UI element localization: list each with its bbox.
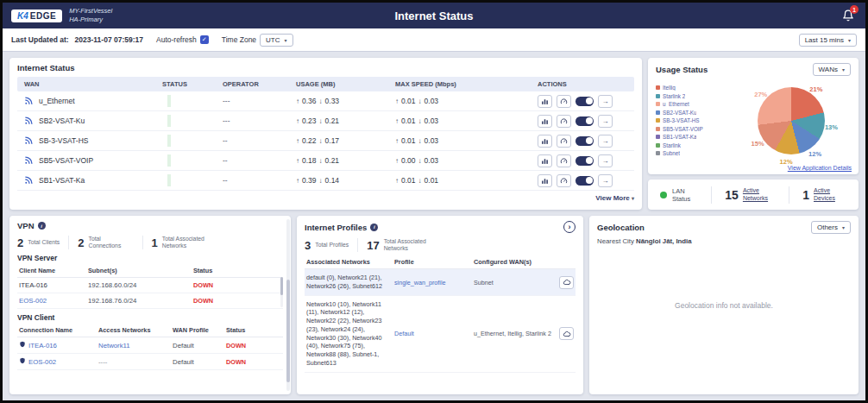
time-range-value: Last 15 mins	[805, 36, 844, 44]
usage-chart-button[interactable]	[538, 135, 552, 148]
download-arrow-icon: ↓	[319, 98, 323, 105]
col-subnets: Subnet(s)	[88, 267, 193, 274]
max-speed-value: ↑0.01 ↓0.03	[395, 97, 538, 105]
notification-bell-icon[interactable]: 1	[840, 8, 857, 23]
internet-status-title: Internet Status	[17, 63, 634, 72]
satellite-wan-icon	[24, 116, 34, 127]
speed-test-button[interactable]	[557, 135, 571, 148]
top-bar: K4 EDGE MY-FirstVessel HA-Primary Intern…	[3, 3, 865, 28]
configured-wans-value: u_Ethernet, Itellig, Starlink 2	[474, 330, 557, 337]
access-networks-value[interactable]: ----	[98, 358, 173, 366]
col-configured-wans: Configured WAN(s)	[474, 258, 557, 266]
auto-refresh-control: Auto-refresh ✓	[156, 35, 209, 44]
usage-value: ↑0.23 ↓0.21	[296, 116, 395, 125]
profile-download-button[interactable]	[559, 276, 574, 289]
stat-value: 3	[305, 239, 311, 252]
time-zone-select[interactable]: UTC▾	[260, 34, 292, 47]
scrollbar[interactable]	[280, 277, 283, 307]
chevron-down-icon: ▾	[285, 37, 287, 43]
wan-name[interactable]: u_Ethernet	[39, 97, 75, 105]
scrollbar[interactable]	[286, 219, 290, 391]
col-connection-name: Connection Name	[19, 326, 98, 334]
vpn-connection-icon	[19, 357, 26, 366]
usage-chart-button[interactable]	[538, 154, 552, 167]
profile-name[interactable]: Default	[394, 330, 474, 337]
vpn-subnet: 192.168.76.0/24	[88, 297, 193, 305]
speed-test-button[interactable]	[557, 115, 571, 128]
toggle-knob	[586, 117, 593, 124]
legend-swatch	[656, 102, 660, 106]
col-status: Status	[193, 267, 281, 274]
chevron-down-icon: ▾	[848, 37, 851, 43]
speed-test-button[interactable]	[557, 174, 571, 187]
col-client-name: Client Name	[19, 267, 88, 274]
scrollbar-thumb[interactable]	[280, 277, 283, 295]
active-devices-link[interactable]: Active Devices	[814, 187, 846, 203]
upload-arrow-icon: ↑	[395, 157, 399, 165]
wan-enable-toggle[interactable]	[576, 136, 594, 146]
vessel-info: MY-FirstVessel HA-Primary	[69, 7, 112, 24]
app-logo[interactable]: K4 EDGE	[11, 9, 62, 22]
toggle-knob	[586, 157, 593, 164]
download-arrow-icon: ↓	[418, 137, 422, 145]
vpn-server-title: VPN Server	[17, 254, 283, 262]
vpn-client-name[interactable]: ITEA-016	[19, 281, 88, 289]
usage-chart-button[interactable]	[538, 174, 552, 187]
usage-chart-button[interactable]	[538, 95, 552, 108]
speed-test-button[interactable]	[557, 95, 571, 108]
stat-item: 2 Total Connections	[68, 236, 142, 249]
vpn-client-title: VPN Client	[17, 313, 283, 322]
vpn-connection-name[interactable]: ITEA-016	[28, 342, 57, 349]
wan-name[interactable]: SB-3-VSAT-HS	[39, 136, 88, 145]
time-zone-label: Time Zone	[222, 35, 256, 44]
col-operator: OPERATOR	[223, 80, 296, 88]
wan-details-arrow-button[interactable]: →	[598, 115, 613, 128]
wan-details-arrow-button[interactable]: →	[598, 174, 613, 187]
usage-pie-chart[interactable]	[758, 87, 825, 154]
configured-wans-value: Subnet	[474, 279, 557, 287]
vpn-client-name[interactable]: EOS-002	[19, 297, 88, 305]
legend-swatch	[656, 143, 660, 148]
wan-enable-toggle[interactable]	[576, 97, 594, 106]
wan-enable-toggle[interactable]	[576, 116, 594, 126]
info-icon[interactable]: i	[370, 224, 378, 231]
wan-details-arrow-button[interactable]: →	[598, 95, 613, 108]
view-more-button[interactable]: View More ▾	[17, 194, 634, 202]
usage-filter-select[interactable]: WANs▾	[813, 63, 851, 76]
active-networks-link[interactable]: Active Networks	[743, 187, 776, 203]
wan-details-arrow-button[interactable]: →	[598, 135, 613, 148]
usage-chart-button[interactable]	[538, 115, 552, 128]
upload-arrow-icon: ↑	[395, 98, 399, 105]
geolocation-title: Geolocation	[597, 223, 645, 232]
legend-label: SB1-VSAT-Ka	[663, 134, 696, 140]
geolocation-filter-select[interactable]: Others▾	[811, 221, 851, 234]
vpn-connection-name[interactable]: EOS-002	[28, 358, 56, 366]
speed-test-button[interactable]	[557, 154, 571, 167]
wan-name[interactable]: SB1-VSAT-Ka	[39, 176, 85, 185]
voip-wan-icon	[24, 155, 34, 167]
scrollbar-thumb[interactable]	[286, 280, 290, 382]
satellite-wan-icon	[24, 175, 34, 186]
legend-label: Starlink 2	[663, 93, 685, 99]
time-range-select[interactable]: Last 15 mins▾	[799, 34, 857, 47]
stat-value: 1	[152, 236, 158, 249]
col-status: STATUS	[162, 80, 223, 88]
stat-item: 3 Total Profiles	[305, 238, 357, 252]
profiles-table-body: default (0), Network21 (21), Network26 (…	[305, 269, 576, 372]
profile-name[interactable]: single_wan_profile	[394, 279, 474, 287]
wan-table-row: SB-3-VSAT-HS -- ↑0.22 ↓0.17 ↑0.01 ↓0.03 …	[17, 131, 634, 151]
auto-refresh-checkbox[interactable]: ✓	[200, 35, 209, 44]
wan-enable-toggle[interactable]	[576, 176, 594, 186]
view-application-details-link[interactable]: View Application Details	[788, 165, 852, 171]
next-arrow-button[interactable]: ›	[563, 221, 576, 233]
profile-download-button[interactable]	[559, 327, 574, 340]
pie-slice-label: 15%	[752, 140, 764, 148]
download-arrow-icon: ↓	[418, 98, 422, 105]
access-networks-value[interactable]: Network11	[98, 342, 173, 349]
wan-enable-toggle[interactable]	[576, 156, 594, 166]
last-updated-value: 2023-11-07 07:59:17	[75, 35, 143, 44]
wan-name[interactable]: SB2-VSAT-Ku	[39, 116, 85, 125]
info-icon[interactable]: i	[38, 222, 46, 230]
wan-name[interactable]: SB5-VSAT-VOIP	[39, 156, 93, 165]
wan-details-arrow-button[interactable]: →	[598, 154, 613, 167]
